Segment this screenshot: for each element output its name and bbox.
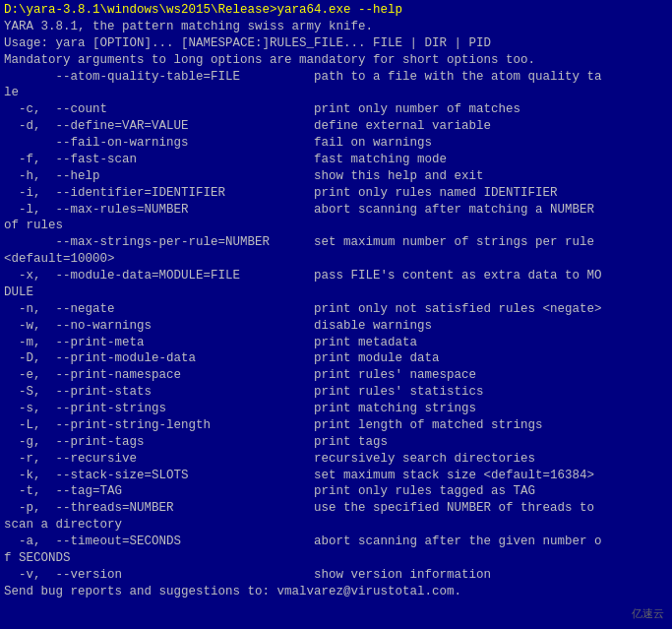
terminal-line: -t, --tag=TAG print only rules tagged as… (4, 483, 668, 500)
terminal-line: --max-strings-per-rule=NUMBER set maximu… (4, 234, 668, 251)
terminal-line: -i, --identifier=IDENTIFIER print only r… (4, 185, 668, 202)
terminal-line: -p, --threads=NUMBER use the specified N… (4, 500, 668, 517)
terminal-line: Send bug reports and suggestions to: vma… (4, 584, 668, 600)
terminal-line: le (4, 85, 668, 101)
terminal-line: -l, --max-rules=NUMBER abort scanning af… (4, 202, 668, 219)
terminal-line: -L, --print-string-length print length o… (4, 417, 668, 434)
terminal-line: --atom-quality-table=FILE path to a file… (4, 69, 668, 86)
terminal-line: --fail-on-warnings fail on warnings (4, 135, 668, 152)
terminal-line: of rules (4, 218, 668, 234)
terminal-line: DULE (4, 284, 668, 301)
watermark: 亿速云 (632, 606, 664, 621)
terminal-line: -k, --stack-size=SLOTS set maximum stack… (4, 468, 668, 484)
terminal-line: -c, --count print only number of matches (4, 101, 668, 118)
terminal-line: -x, --module-data=MODULE=FILE pass FILE'… (4, 268, 668, 284)
terminal-line: -a, --timeout=SECONDS abort scanning aft… (4, 534, 668, 550)
terminal-line: -S, --print-stats print rules' statistic… (4, 384, 668, 401)
terminal-line: -v, --version show version information (4, 567, 668, 584)
terminal-line: scan a directory (4, 517, 668, 534)
terminal-line: -e, --print-namespace print rules' names… (4, 367, 668, 384)
terminal-line: Usage: yara [OPTION]... [NAMESPACE:]RULE… (4, 35, 668, 52)
terminal-line: -s, --print-strings print matching strin… (4, 401, 668, 417)
terminal-line: YARA 3.8.1, the pattern matching swiss a… (4, 19, 668, 35)
terminal-line: -f, --fast-scan fast matching mode (4, 152, 668, 168)
terminal-line: Mandatory arguments to long options are … (4, 52, 668, 69)
terminal-line: -h, --help show this help and exit (4, 168, 668, 185)
terminal-line: -D, --print-module-data print module dat… (4, 350, 668, 367)
terminal-window: D:\yara-3.8.1\windows\ws2015\Release>yar… (0, 0, 672, 629)
terminal-line: D:\yara-3.8.1\windows\ws2015\Release>yar… (4, 2, 668, 19)
terminal-line: -m, --print-meta print metadata (4, 335, 668, 351)
terminal-line: -n, --negate print only not satisfied ru… (4, 301, 668, 318)
terminal-line: -w, --no-warnings disable warnings (4, 318, 668, 335)
terminal-line: <default=10000> (4, 251, 668, 268)
terminal-line: -g, --print-tags print tags (4, 434, 668, 451)
terminal-line: -d, --define=VAR=VALUE define external v… (4, 118, 668, 135)
terminal-line: -r, --recursive recursively search direc… (4, 451, 668, 468)
terminal-line: f SECONDS (4, 550, 668, 567)
